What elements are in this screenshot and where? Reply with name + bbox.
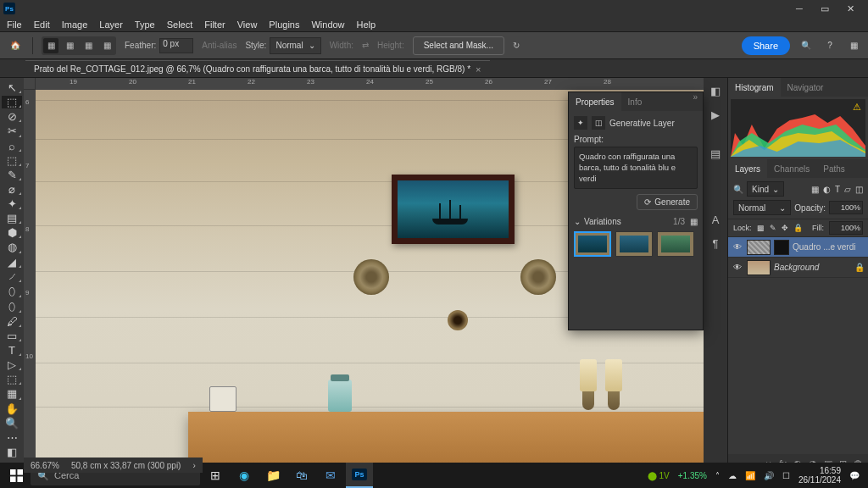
tab-properties[interactable]: Properties bbox=[569, 92, 621, 111]
antialias-checkbox[interactable]: Anti-alias bbox=[202, 41, 236, 50]
menu-window[interactable]: Window bbox=[311, 19, 344, 30]
subtract-selection-icon[interactable]: ▦ bbox=[81, 38, 96, 53]
tray-chevron-icon[interactable]: ˄ bbox=[715, 471, 720, 480]
home-icon[interactable]: 🏠 bbox=[7, 37, 24, 54]
document-tab[interactable]: Prato del Re_COTTAGE_012.jpeg @ 66,7% (Q… bbox=[25, 60, 490, 77]
filter-smart-icon[interactable]: ◫ bbox=[855, 185, 863, 194]
tool-8[interactable]: ✦ bbox=[2, 197, 22, 210]
menu-edit[interactable]: Edit bbox=[34, 19, 50, 30]
volume-icon[interactable]: 🔊 bbox=[764, 471, 774, 480]
tool-22[interactable]: ✋ bbox=[2, 402, 22, 415]
tool-16[interactable]: 🖊 bbox=[2, 315, 22, 328]
character-panel-icon[interactable]: A bbox=[706, 210, 725, 229]
close-tab-icon[interactable]: × bbox=[476, 64, 481, 75]
tab-channels[interactable]: Channels bbox=[767, 159, 816, 178]
lock-icon[interactable]: 🔒 bbox=[854, 263, 865, 272]
tab-histogram[interactable]: Histogram bbox=[728, 78, 781, 97]
filter-pixel-icon[interactable]: ▦ bbox=[811, 185, 819, 194]
layer-row[interactable]: 👁 Quadro ...e verdi bbox=[728, 237, 868, 258]
menu-file[interactable]: File bbox=[7, 19, 22, 30]
menu-image[interactable]: Image bbox=[62, 19, 88, 30]
tool-5[interactable]: ⬚ bbox=[2, 154, 22, 167]
generate-button[interactable]: ⟳Generate bbox=[637, 194, 698, 210]
layer-thumb[interactable] bbox=[747, 260, 771, 275]
menu-help[interactable]: Help bbox=[357, 19, 376, 30]
filter-adjust-icon[interactable]: ◐ bbox=[823, 185, 831, 194]
select-and-mask-button[interactable]: Select and Mask... bbox=[413, 36, 504, 55]
mail-icon[interactable]: ✉ bbox=[317, 463, 344, 488]
add-selection-icon[interactable]: ▦ bbox=[62, 38, 77, 53]
visibility-icon[interactable]: 👁 bbox=[732, 242, 743, 252]
menu-plugins[interactable]: Plugins bbox=[269, 19, 299, 30]
notifications-icon[interactable]: 💬 bbox=[849, 471, 860, 480]
tool-11[interactable]: ◍ bbox=[2, 241, 22, 253]
close-button[interactable]: ✕ bbox=[841, 2, 860, 15]
prompt-text[interactable]: Quadro con raffigurata una barca, tutto … bbox=[574, 147, 698, 189]
warning-icon[interactable]: ⚠ bbox=[853, 102, 861, 113]
lock-all-icon[interactable]: 🔒 bbox=[793, 224, 803, 232]
minimize-button[interactable]: ─ bbox=[790, 2, 809, 15]
blend-mode-select[interactable]: Normal⌄ bbox=[733, 200, 791, 215]
tab-info[interactable]: Info bbox=[621, 92, 649, 111]
tool-17[interactable]: ▭ bbox=[2, 330, 22, 342]
collapse-icon[interactable]: » bbox=[687, 92, 703, 111]
swap-icon[interactable]: ⇄ bbox=[362, 41, 369, 50]
libraries-icon[interactable]: ▤ bbox=[706, 144, 725, 163]
nvidia-icon[interactable]: ⬤ 1V bbox=[648, 471, 670, 480]
menu-filter[interactable]: Filter bbox=[204, 19, 225, 30]
tab-layers[interactable]: Layers bbox=[728, 159, 767, 178]
photoshop-taskbar-icon[interactable]: Ps bbox=[346, 463, 373, 488]
refresh-icon[interactable]: ↻ bbox=[513, 41, 520, 50]
tool-13[interactable]: ⟋ bbox=[2, 270, 22, 283]
lock-pixels-icon[interactable]: ✎ bbox=[770, 224, 776, 232]
tool-6[interactable]: ✎ bbox=[2, 169, 22, 181]
onedrive-icon[interactable]: ☁ bbox=[728, 471, 737, 480]
layer-thumb[interactable] bbox=[747, 240, 771, 255]
tool-20[interactable]: ⬚ bbox=[2, 373, 22, 385]
layer-filter-select[interactable]: Kind ⌄ bbox=[747, 181, 784, 197]
task-view-icon[interactable]: ⊞ bbox=[202, 463, 229, 488]
tab-paths[interactable]: Paths bbox=[816, 159, 852, 178]
variation-thumb[interactable] bbox=[615, 231, 653, 257]
share-button[interactable]: Share bbox=[742, 36, 790, 55]
lock-transparent-icon[interactable]: ▩ bbox=[757, 224, 765, 232]
tool-15[interactable]: ⬯ bbox=[2, 300, 22, 313]
chevron-right-icon[interactable]: › bbox=[192, 461, 195, 470]
tool-18[interactable]: T bbox=[2, 344, 22, 357]
tool-1[interactable]: ⬚ bbox=[2, 96, 22, 108]
explorer-icon[interactable]: 📁 bbox=[259, 463, 287, 488]
tool-9[interactable]: ▤ bbox=[2, 212, 22, 225]
play-icon[interactable]: ▶ bbox=[706, 105, 725, 124]
tool-0[interactable]: ↖ bbox=[2, 81, 22, 94]
zoom-level[interactable]: 66.67% bbox=[31, 461, 59, 470]
fill-input[interactable]: 100% bbox=[829, 221, 863, 235]
tool-19[interactable]: ▷ bbox=[2, 358, 22, 371]
chevron-down-icon[interactable]: ⌄ bbox=[574, 217, 581, 226]
style-select[interactable]: Normal⌄ bbox=[270, 37, 320, 54]
help-icon[interactable]: ? bbox=[822, 38, 837, 53]
tool-23[interactable]: 🔍 bbox=[2, 417, 22, 430]
edge-icon[interactable]: ◉ bbox=[231, 463, 258, 488]
feather-input[interactable]: 0 px bbox=[159, 38, 193, 53]
wifi-icon[interactable]: 📶 bbox=[745, 471, 755, 480]
opacity-input[interactable]: 100% bbox=[829, 201, 863, 214]
layer-row[interactable]: 👁 Background 🔒 bbox=[728, 258, 868, 278]
variation-thumb[interactable] bbox=[574, 231, 611, 257]
maximize-button[interactable]: ▭ bbox=[815, 2, 834, 15]
menu-view[interactable]: View bbox=[237, 19, 258, 30]
visibility-icon[interactable]: 👁 bbox=[732, 263, 743, 272]
tool-12[interactable]: ◢ bbox=[2, 256, 22, 269]
new-selection-icon[interactable]: ▦ bbox=[43, 38, 58, 53]
tool-14[interactable]: ⬯ bbox=[2, 285, 22, 298]
layer-mask-thumb[interactable] bbox=[774, 240, 789, 255]
tool-24[interactable]: ⋯ bbox=[2, 431, 22, 444]
language-icon[interactable]: ☐ bbox=[782, 471, 790, 480]
color-panel-icon[interactable]: ◧ bbox=[706, 81, 725, 100]
grid-view-icon[interactable]: ▦ bbox=[690, 217, 698, 226]
workspace-icon[interactable]: ▦ bbox=[846, 38, 861, 53]
filter-type-icon[interactable]: T bbox=[835, 185, 840, 194]
lock-position-icon[interactable]: ✥ bbox=[782, 224, 788, 232]
menu-type[interactable]: Type bbox=[135, 19, 155, 30]
paragraph-panel-icon[interactable]: ¶ bbox=[706, 234, 725, 252]
menu-layer[interactable]: Layer bbox=[99, 19, 123, 30]
